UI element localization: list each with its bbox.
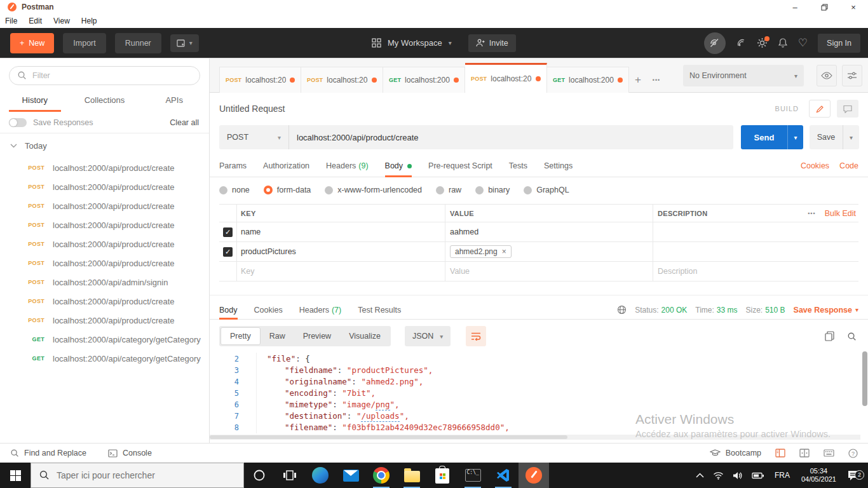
request-tab[interactable]: GETlocalhost:200... xyxy=(547,67,629,93)
description-cell[interactable] xyxy=(653,242,858,261)
tab-authorization[interactable]: Authorization xyxy=(263,155,309,177)
send-button[interactable]: Send xyxy=(741,125,787,149)
language-indicator[interactable]: FRA xyxy=(769,471,796,480)
mode-x-www-form-urlencoded[interactable]: x-www-form-urlencoded xyxy=(325,186,422,194)
key-cell[interactable]: productPictures xyxy=(241,247,296,256)
save-button[interactable]: Save xyxy=(810,125,843,149)
new-tab-button[interactable]: + xyxy=(629,67,647,93)
find-and-replace-button[interactable]: Find and Replace xyxy=(10,449,86,458)
request-tab[interactable]: POSTlocalhost:20... xyxy=(301,67,383,93)
taskbar-edge[interactable] xyxy=(305,463,336,488)
tab-body[interactable]: Body xyxy=(385,155,412,177)
row-checkbox-checked[interactable]: ✓ xyxy=(223,227,233,237)
help-icon[interactable]: ? xyxy=(848,449,858,458)
value-placeholder[interactable]: Value xyxy=(450,267,470,276)
invite-button[interactable]: Invite xyxy=(468,34,516,52)
copy-icon[interactable] xyxy=(825,331,834,341)
tab-params[interactable]: Params xyxy=(219,155,247,177)
wrap-text-button[interactable] xyxy=(466,326,486,346)
tray-expand-button[interactable] xyxy=(691,473,709,478)
close-button[interactable]: × xyxy=(839,0,868,14)
remove-file-icon[interactable]: × xyxy=(502,247,506,256)
request-title[interactable]: Untitled Request xyxy=(219,104,285,114)
code-link[interactable]: Code xyxy=(839,161,858,170)
mode-graphql[interactable]: GraphQL xyxy=(524,186,569,194)
console-button[interactable]: Console xyxy=(108,449,152,458)
tab-apis[interactable]: APIs xyxy=(139,90,209,112)
menu-help[interactable]: Help xyxy=(81,17,97,25)
list-item[interactable]: GETlocalhost:2000/api/category/getCatego… xyxy=(0,349,209,368)
taskbar-file-explorer[interactable] xyxy=(397,463,427,488)
request-tab[interactable]: POSTlocalhost:20... xyxy=(219,67,301,93)
volume-button[interactable] xyxy=(728,471,747,480)
taskbar-chrome[interactable] xyxy=(366,463,397,488)
taskbar-search[interactable] xyxy=(31,463,244,488)
sign-in-button[interactable]: Sign In xyxy=(818,34,860,53)
view-pretty[interactable]: Pretty xyxy=(220,327,261,345)
menu-file[interactable]: File xyxy=(5,17,17,25)
environment-selector[interactable]: No Environment ▾ xyxy=(683,65,804,86)
list-item[interactable]: POSTlocalhost:2000/api/product/create xyxy=(0,215,209,234)
runner-button[interactable]: Runner xyxy=(115,33,161,53)
cookies-link[interactable]: Cookies xyxy=(801,161,829,170)
bootcamp-button[interactable]: Bootcamp xyxy=(710,449,761,458)
import-button[interactable]: Import xyxy=(63,33,105,53)
list-item[interactable]: POSTlocalhost:2000/api/product/create xyxy=(0,234,209,254)
taskbar-mail[interactable] xyxy=(336,463,366,488)
taskbar-terminal[interactable]: C:\_ xyxy=(458,463,488,488)
response-body-viewer[interactable]: 2"file": { 3"fieldname": "productPicture… xyxy=(210,350,868,440)
notification-center-button[interactable]: 2 xyxy=(842,470,868,481)
toggle-sidebar-icon[interactable] xyxy=(775,449,785,458)
url-input[interactable] xyxy=(289,125,733,149)
taskbar-store[interactable] xyxy=(427,463,458,488)
comments-button[interactable] xyxy=(837,100,858,118)
view-preview[interactable]: Preview xyxy=(294,327,340,345)
mode-none[interactable]: none xyxy=(219,186,250,194)
filter-input[interactable] xyxy=(9,66,200,85)
tab-pre-request-script[interactable]: Pre-request Script xyxy=(428,155,492,177)
task-view-button[interactable] xyxy=(275,463,305,488)
taskbar-search-input[interactable] xyxy=(31,470,243,480)
tab-response-body[interactable]: Body xyxy=(219,301,238,319)
environment-settings-button[interactable] xyxy=(842,65,862,86)
cortana-button[interactable] xyxy=(244,463,275,488)
history-group-today[interactable]: Today xyxy=(0,133,209,156)
minimize-button[interactable]: – xyxy=(780,0,810,14)
network-globe-icon[interactable] xyxy=(617,305,627,315)
list-item[interactable]: POSTlocalhost:2000/api/product/create xyxy=(0,254,209,273)
view-raw[interactable]: Raw xyxy=(261,327,294,345)
chevron-down-icon[interactable]: ▾ xyxy=(449,39,452,46)
workspace-name[interactable]: My Workspace xyxy=(388,38,442,48)
edit-pencil-button[interactable] xyxy=(809,100,831,118)
request-tab[interactable]: GETlocalhost:200... xyxy=(383,67,465,93)
restore-button[interactable] xyxy=(810,0,839,14)
menu-view[interactable]: View xyxy=(53,17,70,25)
save-responses-toggle[interactable] xyxy=(9,118,27,127)
tab-settings[interactable]: Settings xyxy=(544,155,573,177)
tab-headers[interactable]: Headers(9) xyxy=(326,155,369,177)
clock[interactable]: 05:34 04/05/2021 xyxy=(796,467,842,484)
list-item[interactable]: POSTlocalhost:2000/api/product/create xyxy=(0,311,209,330)
two-pane-layout-icon[interactable] xyxy=(799,449,810,458)
format-select[interactable]: JSON ▾ xyxy=(405,326,451,346)
save-options-button[interactable]: ▾ xyxy=(843,125,859,149)
tab-options-button[interactable]: ••• xyxy=(647,67,666,93)
settings-gear-icon[interactable] xyxy=(757,37,768,48)
mode-binary[interactable]: binary xyxy=(475,186,510,194)
description-placeholder[interactable]: Description xyxy=(658,267,698,276)
battery-button[interactable] xyxy=(747,472,769,479)
method-select[interactable]: POST ▾ xyxy=(219,125,289,149)
value-cell[interactable]: aahmed xyxy=(450,227,478,236)
scrollbar-thumb[interactable] xyxy=(210,435,567,439)
taskbar-postman-active[interactable] xyxy=(519,463,549,488)
wifi-button[interactable] xyxy=(709,471,728,480)
notifications-bell-icon[interactable] xyxy=(778,37,788,48)
list-item[interactable]: POSTlocalhost:2000/api/product/create xyxy=(0,177,209,196)
tab-response-cookies[interactable]: Cookies xyxy=(254,301,283,319)
tab-response-headers[interactable]: Headers(7) xyxy=(299,301,342,319)
bulk-edit-link[interactable]: Bulk Edit xyxy=(825,209,856,218)
offline-status-icon[interactable] xyxy=(704,32,726,54)
taskbar-vscode[interactable] xyxy=(488,463,519,488)
clear-all-link[interactable]: Clear all xyxy=(170,118,199,127)
horizontal-scrollbar[interactable] xyxy=(210,435,860,440)
